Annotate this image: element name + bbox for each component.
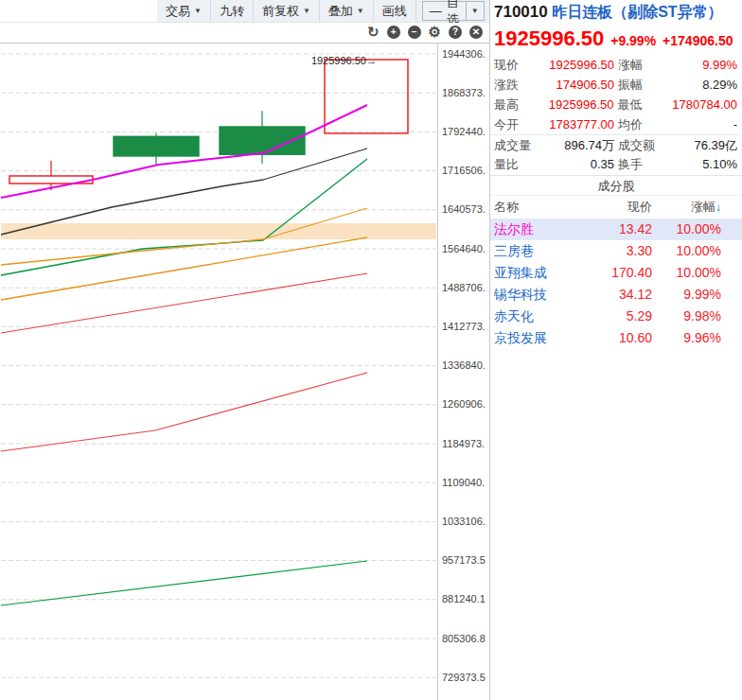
y-axis-label: 1412773.	[442, 320, 486, 334]
stock-row-price: 34.12	[586, 284, 652, 306]
forward-adjust-label: 前复权	[262, 3, 299, 20]
sort-down-icon: ↓	[716, 201, 721, 214]
forward-adjust-button[interactable]: 前复权 ▼	[254, 0, 320, 22]
value-avg-price: -	[673, 114, 737, 134]
draw-line-label: 画线	[382, 3, 407, 20]
stock-code: 710010	[494, 3, 548, 21]
quote-row: 最高 1925996.50 最低 1780784.00	[490, 95, 742, 114]
col-header-name[interactable]: 名称	[494, 196, 586, 219]
label-volume-ratio: 量比	[494, 154, 541, 174]
quote-row: 成交量 896.74万 成交额 76.39亿	[490, 134, 742, 154]
quote-grid: 现价 1925996.50 涨幅 9.99% 涨跌 174906.50 振幅 8…	[490, 55, 742, 174]
y-axis-label: 957173.5	[442, 553, 486, 568]
stock-row-price: 10.60	[586, 327, 652, 349]
value-turnover-rate: 5.10%	[673, 154, 737, 174]
y-axis-label: 805306.8	[442, 632, 486, 646]
panel-header: 710010 昨日连板（剔除ST异常）	[490, 0, 742, 26]
y-axis-label: 1184973.	[442, 437, 485, 451]
ma-red-upper	[1, 273, 367, 333]
label-turnover-rate: 换手	[618, 154, 673, 174]
value-last-price: 1925996.50	[541, 55, 614, 75]
y-axis-label: 1640573.	[442, 202, 486, 217]
col-header-price[interactable]: 现价	[586, 196, 652, 219]
toolbar-buttons: 交易 ▼ 九转 前复权 ▼ 叠加 ▼ 画线 — 自选	[157, 0, 489, 22]
value-turnover: 76.39亿	[673, 135, 737, 154]
settings-gear-icon[interactable]: ⚙	[429, 26, 441, 39]
col-header-pct-sort[interactable]: 涨幅↓	[652, 196, 742, 219]
y-axis-label: 1336840.	[442, 359, 486, 373]
trade-button-label: 交易	[166, 3, 190, 20]
kline-chart[interactable]: 1925996.50→	[0, 44, 437, 700]
zoom-out-icon[interactable]: −	[408, 26, 421, 39]
stock-row-name: 赤天化	[494, 306, 586, 327]
component-stock-row[interactable]: 三房巷3.3010.00%	[490, 240, 742, 262]
y-axis-label: 881240.1	[442, 592, 486, 606]
stock-row-name: 亚翔集成	[494, 262, 586, 284]
col-header-pct-label: 涨幅	[691, 200, 716, 214]
price-row: 1925996.50 +9.99% +174906.50	[490, 26, 742, 52]
highlight-band	[1, 223, 436, 239]
caret-down-icon: ▼	[194, 8, 202, 15]
stock-row-price: 5.29	[586, 306, 652, 327]
stock-app-window: 交易 ▼ 九转 前复权 ▼ 叠加 ▼ 画线 — 自选	[0, 0, 742, 700]
nine-turn-button[interactable]: 九转	[211, 0, 254, 22]
chart-icons: ↻+−⚙?✕	[367, 26, 483, 39]
quote-row: 涨跌 174906.50 振幅 8.29%	[490, 75, 742, 95]
trade-button[interactable]: 交易 ▼	[157, 0, 211, 22]
label-change-pct: 涨幅	[618, 55, 673, 75]
value-change-pct: 9.99%	[673, 55, 737, 75]
y-axis: 1944306.1868373.1792440.1716506.1640573.…	[437, 44, 489, 700]
stock-row-name: 三房巷	[494, 240, 586, 262]
label-low: 最低	[618, 95, 673, 114]
stock-row-name: 锡华科技	[494, 284, 586, 306]
components-header-row: 名称 现价 涨幅↓	[490, 196, 742, 219]
y-axis-label: 1564640.	[442, 242, 486, 256]
ma-green-lower	[1, 561, 367, 605]
stock-row-pct: 10.00%	[652, 240, 742, 262]
label-turnover: 成交额	[618, 135, 673, 154]
value-change-amt: 174906.50	[541, 75, 614, 95]
component-stock-row[interactable]: 京投发展10.609.96%	[490, 327, 742, 349]
watchlist-dropdown-button[interactable]: ▼	[466, 2, 484, 20]
zoom-in-icon[interactable]: +	[387, 26, 400, 39]
components-title: 成分股	[490, 175, 742, 196]
help-icon[interactable]: ?	[449, 26, 462, 39]
stock-row-price: 13.42	[586, 219, 652, 240]
component-stock-row[interactable]: 亚翔集成170.4010.00%	[490, 262, 742, 284]
component-stock-row[interactable]: 法尔胜13.4210.00%	[490, 219, 742, 240]
label-open: 今开	[494, 114, 541, 134]
close-icon[interactable]: ✕	[469, 26, 483, 39]
label-change-amt: 涨跌	[494, 75, 541, 95]
stock-row-name: 法尔胜	[494, 219, 586, 240]
quote-row: 今开 1783777.00 均价 -	[490, 114, 742, 134]
stock-name[interactable]: 昨日连板（剔除ST异常）	[552, 4, 722, 20]
price-annotation: 1925996.50→	[311, 55, 377, 66]
y-axis-label: 1944306.	[442, 47, 486, 61]
change-percent: +9.99%	[610, 33, 656, 48]
label-last-price: 现价	[494, 55, 541, 75]
stock-row-pct: 10.00%	[652, 219, 742, 240]
y-axis-label: 1033106.	[442, 515, 486, 529]
value-volume-ratio: 0.35	[541, 154, 614, 174]
stock-row-pct: 10.00%	[652, 262, 742, 284]
component-stock-row[interactable]: 锡华科技34.129.99%	[490, 284, 742, 306]
quote-row: 量比 0.35 换手 5.10%	[490, 154, 742, 174]
caret-down-icon: ▼	[303, 8, 310, 15]
component-stock-row[interactable]: 赤天化5.299.98%	[490, 306, 742, 327]
value-low: 1780784.00	[672, 95, 737, 114]
draw-line-button[interactable]: 画线	[374, 0, 416, 22]
value-open: 1783777.00	[541, 114, 614, 134]
label-volume: 成交量	[494, 135, 541, 154]
y-axis-label: 1109040.	[442, 476, 485, 490]
stock-row-name: 京投发展	[494, 327, 586, 349]
y-axis-label: 729373.5	[442, 671, 486, 685]
stock-row-pct: 9.98%	[652, 306, 742, 327]
overlay-label: 叠加	[328, 3, 353, 20]
caret-down-icon: ▼	[471, 8, 479, 15]
label-high: 最高	[494, 95, 541, 114]
refresh-icon[interactable]: ↻	[367, 26, 380, 39]
caret-down-icon: ▼	[357, 8, 364, 15]
quote-panel: 710010 昨日连板（剔除ST异常） 1925996.50 +9.99% +1…	[489, 0, 742, 700]
stock-row-pct: 9.99%	[652, 284, 742, 306]
overlay-button[interactable]: 叠加 ▼	[320, 0, 374, 22]
